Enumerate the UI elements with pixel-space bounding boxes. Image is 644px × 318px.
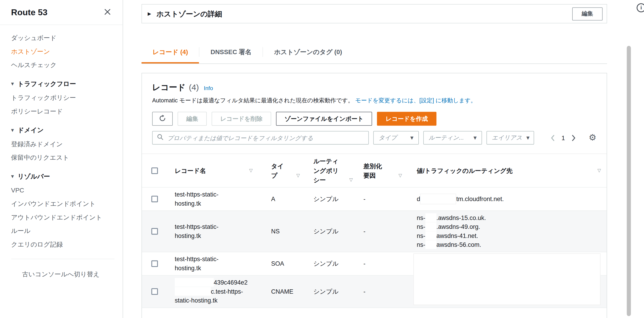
- section-label: トラフィックフロー: [18, 80, 76, 88]
- description-text: Automatic モードは最適なフィルタ結果に最適化された現在の検索動作です。: [152, 97, 354, 104]
- sidebar-nav: ダッシュボード ホストゾーン ヘルスチェック ▼ トラフィックフロー トラフィッ…: [0, 25, 122, 279]
- redacted-box: [175, 287, 211, 296]
- record-name: 439c4694e2 c.test-https- static-hosting.…: [175, 276, 271, 307]
- sidebar-section-traffic-flow[interactable]: ▼ トラフィックフロー: [11, 80, 123, 88]
- sidebar-item-query-logging[interactable]: クエリのログ記録: [11, 240, 123, 249]
- service-title: Route 53: [11, 7, 48, 17]
- row-checkbox[interactable]: [151, 288, 158, 295]
- edit-record-button[interactable]: 編集: [178, 112, 207, 126]
- sidebar-item-inbound-endpoints[interactable]: インバウンドエンドポイント: [11, 200, 123, 208]
- chevron-down-icon: ▼: [474, 136, 477, 140]
- delete-record-button[interactable]: レコードを削除: [212, 112, 271, 126]
- refresh-button[interactable]: [152, 112, 173, 126]
- filter-bar: タイプ ▼ ルーティン... ▼ エイリアス ▼ 1: [152, 131, 596, 145]
- record-differentiator: -: [364, 285, 417, 299]
- details-panel-title: ホストゾーンの詳細: [156, 9, 222, 19]
- sidebar-item-health-checks[interactable]: ヘルスチェック: [11, 61, 123, 69]
- record-value: dtm.cloudfront.net.: [417, 191, 607, 207]
- sidebar-item-outbound-endpoints[interactable]: アウトバウンドエンドポイント: [11, 213, 123, 222]
- tab-dnssec[interactable]: DNSSEC 署名: [200, 40, 262, 63]
- record-routing: シンプル: [313, 257, 364, 271]
- sidebar-item-rules[interactable]: ルール: [11, 227, 123, 235]
- vertical-scrollbar[interactable]: [627, 46, 631, 316]
- tab-hosted-zone-tags[interactable]: ホストゾーンのタグ (0): [263, 40, 353, 63]
- tab-bar: レコード (4) DNSSEC 署名 ホストゾーンのタグ (0): [142, 40, 607, 64]
- record-value: ns-.awsdns-15.co.uk. ns-.awsdns-49.org. …: [417, 211, 607, 252]
- close-icon: [104, 7, 112, 17]
- record-routing: シンプル: [313, 192, 364, 206]
- record-filter-searchbox: [152, 131, 369, 145]
- sort-icon[interactable]: ▽: [398, 170, 402, 180]
- info-link[interactable]: Info: [204, 85, 213, 91]
- create-record-button[interactable]: レコードを作成: [377, 112, 436, 126]
- sidebar-section-domains[interactable]: ▼ ドメイン: [11, 126, 123, 134]
- record-differentiator: -: [364, 257, 417, 271]
- record-routing: シンプル: [313, 224, 364, 238]
- switch-old-console-link[interactable]: 古いコンソールへ切り替え: [22, 270, 122, 279]
- redacted-box: [414, 253, 600, 305]
- sidebar-divider: [11, 259, 115, 259]
- pagination: 1: [550, 134, 576, 142]
- column-header-type: タイプ ▽: [271, 159, 313, 182]
- dropdown-label: ルーティン...: [429, 134, 464, 142]
- sidebar-item-registered-domains[interactable]: 登録済みドメイン: [11, 140, 123, 148]
- table-row: test-https-static- hosting.tk NS シンプル - …: [142, 211, 607, 252]
- sort-icon[interactable]: ▽: [598, 166, 601, 175]
- row-checkbox[interactable]: [151, 228, 158, 235]
- redacted-box: [425, 222, 436, 231]
- settings-gear-icon[interactable]: ⚙: [588, 134, 596, 142]
- chevron-down-icon: ▼: [526, 136, 530, 140]
- edit-button[interactable]: 編集: [572, 7, 602, 20]
- redacted-box: [425, 213, 436, 222]
- record-type: SOA: [271, 257, 313, 271]
- route53-console: Route 53 ダッシュボード ホストゾーン ヘルスチェック ▼ トラフィック…: [0, 0, 644, 318]
- sidebar-item-dashboard[interactable]: ダッシュボード: [11, 34, 123, 42]
- sort-icon[interactable]: ▽: [249, 166, 253, 175]
- chevron-down-icon: ▼: [11, 172, 14, 181]
- sidebar-section-resolver[interactable]: ▼ リゾルバー: [11, 172, 123, 181]
- sidebar: Route 53 ダッシュボード ホストゾーン ヘルスチェック ▼ トラフィック…: [0, 0, 123, 318]
- dropdown-label: タイプ: [378, 134, 397, 142]
- expand-icon[interactable]: ▶: [148, 11, 151, 16]
- sidebar-item-hosted-zones[interactable]: ホストゾーン: [11, 47, 123, 56]
- record-type: CNAME: [271, 285, 313, 299]
- sidebar-item-policy-records[interactable]: ポリシーレコード: [11, 107, 123, 116]
- row-checkbox[interactable]: [151, 260, 158, 267]
- alias-filter-dropdown[interactable]: エイリアス ▼: [486, 131, 534, 145]
- records-count: (4): [189, 83, 199, 92]
- sidebar-item-traffic-policies[interactable]: トラフィックポリシー: [11, 94, 123, 102]
- change-mode-link[interactable]: モードを変更するには、[設定] に移動します。: [355, 97, 476, 104]
- tab-records[interactable]: レコード (4): [142, 40, 199, 63]
- sidebar-item-vpc[interactable]: VPC: [11, 186, 123, 194]
- record-name: test-https-static- hosting.tk: [175, 220, 271, 243]
- record-type: A: [271, 192, 313, 206]
- sidebar-item-pending-requests[interactable]: 保留中のリクエスト: [11, 154, 123, 162]
- sort-icon[interactable]: ▽: [296, 170, 300, 180]
- close-sidebar-button[interactable]: [102, 7, 112, 18]
- import-zone-file-button[interactable]: ゾーンファイルをインポート: [276, 112, 372, 126]
- redacted-box: [425, 231, 436, 240]
- info-icon[interactable]: i: [637, 3, 644, 12]
- column-header-differentiator: 差別化要因 ▽: [364, 159, 417, 182]
- column-header-value: 値/トラフィックのルーティング先 ▽: [417, 163, 607, 178]
- main-content: ▶ ホストゾーンの詳細 編集 レコード (4) DNSSEC 署名 ホストゾーン…: [124, 0, 644, 318]
- next-page-button[interactable]: [572, 134, 576, 142]
- search-icon: [157, 134, 164, 142]
- routing-filter-dropdown[interactable]: ルーティン... ▼: [424, 131, 482, 145]
- chevron-down-icon: ▼: [410, 136, 414, 140]
- type-filter-dropdown[interactable]: タイプ ▼: [373, 131, 419, 145]
- records-toolbar: 編集 レコードを削除 ゾーンファイルをインポート レコードを作成: [152, 112, 596, 126]
- redacted-box: [420, 194, 456, 204]
- records-header: レコード (4) Info Automatic モードは最適なフィルタ結果に最適…: [142, 73, 607, 104]
- hosted-zone-details-panel: ▶ ホストゾーンの詳細 編集: [142, 4, 607, 23]
- section-label: リゾルバー: [18, 172, 50, 181]
- row-checkbox[interactable]: [151, 196, 158, 202]
- record-filter-input[interactable]: [167, 135, 364, 141]
- sort-icon[interactable]: ▽: [349, 175, 353, 184]
- chevron-down-icon: ▼: [11, 126, 14, 134]
- refresh-icon: [158, 114, 166, 123]
- current-page: 1: [562, 134, 565, 141]
- records-description: Automatic モードは最適なフィルタ結果に最適化された現在の検索動作です。…: [152, 96, 596, 104]
- previous-page-button[interactable]: [550, 134, 555, 142]
- select-all-checkbox[interactable]: [151, 167, 158, 174]
